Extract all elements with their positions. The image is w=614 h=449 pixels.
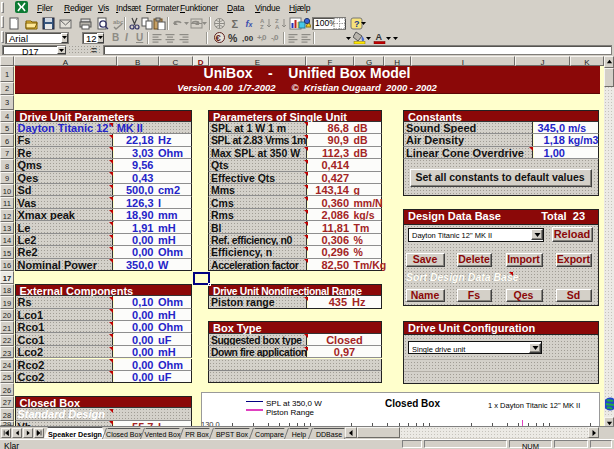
svg-text:abc: abc bbox=[113, 19, 124, 25]
svg-text:?: ? bbox=[354, 19, 360, 29]
svg-text:€: € bbox=[216, 32, 222, 43]
svg-text:A: A bbox=[376, 32, 383, 42]
svg-text:fx: fx bbox=[246, 19, 254, 29]
svg-text:Σ: Σ bbox=[232, 18, 239, 30]
